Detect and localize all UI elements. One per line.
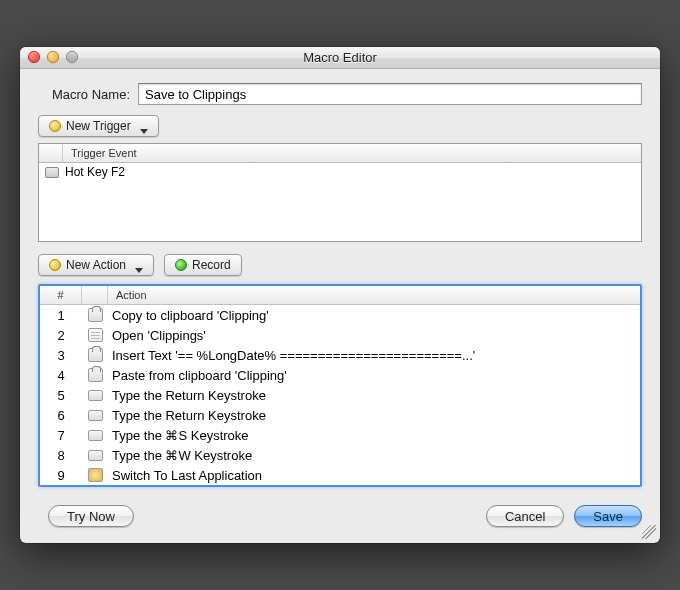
clip-icon bbox=[88, 348, 103, 362]
action-row-label: Type the Return Keystroke bbox=[108, 408, 640, 423]
kbd-icon bbox=[88, 430, 103, 441]
trigger-header-label: Trigger Event bbox=[63, 144, 641, 162]
action-row[interactable]: 1Copy to clipboard 'Clipping' bbox=[40, 305, 640, 325]
action-header-num: # bbox=[40, 286, 82, 304]
new-trigger-label: New Trigger bbox=[66, 119, 131, 133]
try-now-button[interactable]: Try Now bbox=[48, 505, 134, 527]
kbd-icon bbox=[88, 450, 103, 461]
macro-editor-window: Macro Editor Macro Name: New Trigger Tri… bbox=[20, 47, 660, 543]
action-row-number: 6 bbox=[40, 408, 82, 423]
trigger-row[interactable]: Hot Key F2 bbox=[39, 163, 641, 181]
zoom-icon bbox=[66, 51, 78, 63]
macro-name-input[interactable] bbox=[138, 83, 642, 105]
action-row[interactable]: 9Switch To Last Application bbox=[40, 465, 640, 485]
action-row-label: Type the ⌘W Keystroke bbox=[108, 448, 640, 463]
record-label: Record bbox=[192, 258, 231, 272]
content-area: Macro Name: New Trigger Trigger Event Ho… bbox=[20, 69, 660, 543]
action-row-number: 5 bbox=[40, 388, 82, 403]
trigger-toolbar: New Trigger bbox=[38, 115, 642, 137]
minimize-icon[interactable] bbox=[47, 51, 59, 63]
action-row-label: Type the Return Keystroke bbox=[108, 388, 640, 403]
action-row[interactable]: 4Paste from clipboard 'Clipping' bbox=[40, 365, 640, 385]
new-action-label: New Action bbox=[66, 258, 126, 272]
new-trigger-button[interactable]: New Trigger bbox=[38, 115, 159, 137]
save-button[interactable]: Save bbox=[574, 505, 642, 527]
action-row[interactable]: 8Type the ⌘W Keystroke bbox=[40, 445, 640, 465]
titlebar: Macro Editor bbox=[20, 47, 660, 69]
action-row[interactable]: 7Type the ⌘S Keystroke bbox=[40, 425, 640, 445]
record-icon bbox=[175, 259, 187, 271]
kbd-icon bbox=[88, 410, 103, 421]
cancel-button[interactable]: Cancel bbox=[486, 505, 564, 527]
action-row-number: 7 bbox=[40, 428, 82, 443]
trigger-list-body: Hot Key F2 bbox=[39, 163, 641, 241]
action-row[interactable]: 3Insert Text '== %LongDate% ============… bbox=[40, 345, 640, 365]
add-icon bbox=[49, 120, 61, 132]
window-title: Macro Editor bbox=[303, 50, 377, 65]
trigger-listbox[interactable]: Trigger Event Hot Key F2 bbox=[38, 143, 642, 242]
close-icon[interactable] bbox=[28, 51, 40, 63]
clip-icon bbox=[88, 368, 103, 382]
clip-icon bbox=[88, 308, 103, 322]
window-controls bbox=[28, 51, 78, 63]
action-row-number: 8 bbox=[40, 448, 82, 463]
action-row-label: Type the ⌘S Keystroke bbox=[108, 428, 640, 443]
add-icon bbox=[49, 259, 61, 271]
action-toolbar: New Action Record bbox=[38, 254, 642, 276]
action-row-number: 9 bbox=[40, 468, 82, 483]
trigger-list-header: Trigger Event bbox=[39, 144, 641, 163]
trigger-row-label: Hot Key F2 bbox=[65, 165, 125, 179]
record-button[interactable]: Record bbox=[164, 254, 242, 276]
kbd-icon bbox=[88, 390, 103, 401]
macro-name-row: Macro Name: bbox=[38, 83, 642, 105]
action-header-label: Action bbox=[108, 286, 640, 304]
action-row-number: 4 bbox=[40, 368, 82, 383]
switch-icon bbox=[88, 468, 103, 482]
action-row-label: Switch To Last Application bbox=[108, 468, 640, 483]
action-row-label: Copy to clipboard 'Clipping' bbox=[108, 308, 640, 323]
action-row-number: 3 bbox=[40, 348, 82, 363]
action-row[interactable]: 6Type the Return Keystroke bbox=[40, 405, 640, 425]
action-row[interactable]: 5Type the Return Keystroke bbox=[40, 385, 640, 405]
new-action-button[interactable]: New Action bbox=[38, 254, 154, 276]
doc-icon bbox=[88, 328, 103, 342]
action-row[interactable]: 2Open 'Clippings' bbox=[40, 325, 640, 345]
action-row-number: 1 bbox=[40, 308, 82, 323]
action-row-number: 2 bbox=[40, 328, 82, 343]
resize-grip-icon[interactable] bbox=[642, 525, 656, 539]
macro-name-label: Macro Name: bbox=[38, 87, 138, 102]
footer-buttons: Try Now Cancel Save bbox=[38, 505, 642, 527]
action-row-label: Paste from clipboard 'Clipping' bbox=[108, 368, 640, 383]
action-list-body: 1Copy to clipboard 'Clipping'2Open 'Clip… bbox=[40, 305, 640, 485]
keyboard-icon bbox=[45, 167, 59, 178]
action-list-header: # Action bbox=[40, 286, 640, 305]
action-listbox[interactable]: # Action 1Copy to clipboard 'Clipping'2O… bbox=[38, 284, 642, 487]
action-row-label: Insert Text '== %LongDate% =============… bbox=[108, 348, 640, 363]
action-row-label: Open 'Clippings' bbox=[108, 328, 640, 343]
